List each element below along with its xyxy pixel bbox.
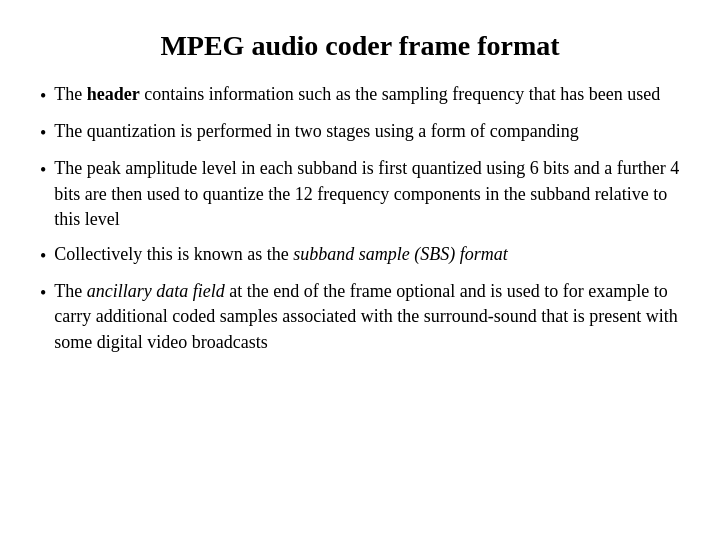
bullet-list: • The header contains information such a… (40, 82, 680, 355)
slide-container: MPEG audio coder frame format • The head… (0, 0, 720, 540)
bullet-text-2: The quantization is performed in two sta… (54, 119, 680, 144)
ancillary-italic: ancillary data field (87, 281, 225, 301)
bullet-text-4: Collectively this is known as the subban… (54, 242, 680, 267)
bullet-symbol: • (40, 121, 46, 146)
header-bold: header (87, 84, 140, 104)
sbs-italic: subband sample (SBS) format (293, 244, 508, 264)
list-item: • The peak amplitude level in each subba… (40, 156, 680, 232)
slide-title: MPEG audio coder frame format (40, 30, 680, 62)
list-item: • Collectively this is known as the subb… (40, 242, 680, 269)
bullet-symbol: • (40, 244, 46, 269)
list-item: • The header contains information such a… (40, 82, 680, 109)
bullet-text-3: The peak amplitude level in each subband… (54, 156, 680, 232)
bullet-symbol: • (40, 281, 46, 306)
list-item: • The ancillary data field at the end of… (40, 279, 680, 355)
bullet-symbol: • (40, 158, 46, 183)
list-item: • The quantization is performed in two s… (40, 119, 680, 146)
bullet-text-5: The ancillary data field at the end of t… (54, 279, 680, 355)
bullet-text-1: The header contains information such as … (54, 82, 680, 107)
bullet-symbol: • (40, 84, 46, 109)
